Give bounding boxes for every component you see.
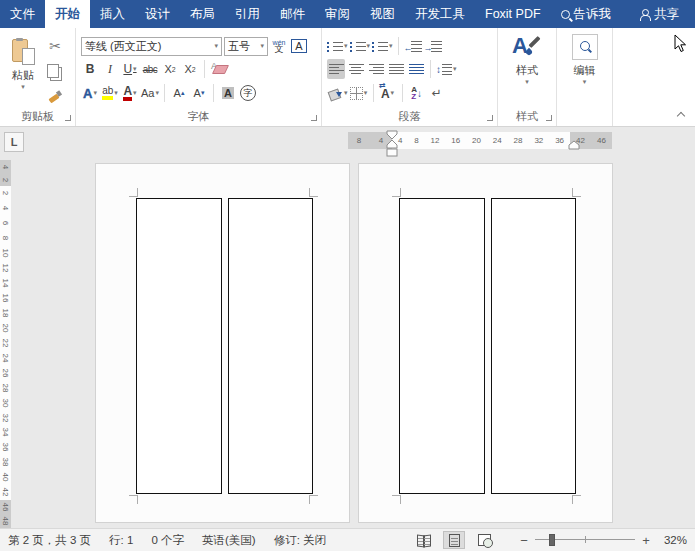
paste-button[interactable]: 粘贴 ▾ — [2, 32, 44, 91]
increase-indent-button[interactable] — [424, 36, 442, 56]
asian-layout-button[interactable]: A▾ — [379, 83, 397, 103]
distribute-button[interactable] — [407, 59, 425, 79]
magnifier-icon — [579, 41, 591, 53]
tab-file[interactable]: 文件 — [0, 0, 45, 28]
zoom-out-button[interactable]: − — [519, 533, 529, 548]
zoom-in-button[interactable]: + — [641, 533, 651, 548]
text-box-column[interactable] — [399, 198, 485, 494]
align-right-button[interactable] — [367, 59, 385, 79]
ruler-number: 42 — [2, 488, 10, 497]
text-box-column[interactable] — [136, 198, 222, 494]
editing-button[interactable]: 编辑 ▾ — [562, 28, 608, 86]
font-name-combo[interactable]: 等线 (西文正文) ▾ — [81, 37, 222, 56]
styles-dialog-launcher[interactable] — [546, 115, 552, 121]
tab-layout[interactable]: 布局 — [180, 0, 225, 28]
copy-button[interactable] — [46, 61, 64, 81]
tab-label: 审阅 — [325, 6, 350, 23]
text-box-column[interactable] — [228, 198, 313, 494]
read-mode-button[interactable] — [413, 531, 435, 549]
font-color-icon: A — [123, 86, 132, 101]
highlight-color-button[interactable]: ab▾ — [101, 83, 119, 103]
enclose-characters-button[interactable]: 字 — [239, 83, 257, 103]
clipboard-dialog-launcher[interactable] — [65, 115, 71, 121]
sort-button[interactable]: AZ ↓ — [408, 83, 426, 103]
ruler-number: 8 — [414, 136, 418, 145]
tab-references[interactable]: 引用 — [225, 0, 270, 28]
tab-foxit-pdf[interactable]: Foxit PDF — [475, 0, 551, 28]
ruler-number: 2 — [1, 191, 9, 195]
line-spacing-button[interactable]: ↕▾ — [436, 59, 457, 79]
underline-button[interactable]: U▾ — [121, 59, 139, 79]
web-layout-button[interactable] — [473, 531, 495, 549]
paragraph-dialog-launcher[interactable] — [487, 115, 493, 121]
justify-button[interactable] — [387, 59, 405, 79]
tab-mailings[interactable]: 邮件 — [270, 0, 315, 28]
tab-home[interactable]: 开始 — [45, 0, 90, 28]
zoom-slider-thumb[interactable] — [549, 534, 555, 546]
editing-button-label: 编辑 — [574, 63, 596, 78]
vertical-ruler[interactable]: 42 2468101214161820222426283032343638404… — [0, 160, 11, 528]
character-border-button[interactable]: A — [290, 36, 308, 56]
clear-formatting-button[interactable] — [210, 59, 228, 79]
text-box-column[interactable] — [491, 198, 576, 494]
clipboard-group-label: 剪贴板 — [0, 109, 75, 124]
print-layout-button[interactable] — [443, 531, 465, 549]
superscript-button[interactable]: X2 — [181, 59, 199, 79]
tab-developer[interactable]: 开发工具 — [405, 0, 475, 28]
ruler-number: 30 — [2, 398, 10, 407]
language-status[interactable]: 英语(美国) — [202, 533, 256, 548]
page-2[interactable] — [95, 163, 350, 523]
show-hide-marks-button[interactable]: ↵ — [428, 83, 446, 103]
web-layout-icon — [478, 534, 491, 546]
strikethrough-button[interactable]: abc — [141, 59, 159, 79]
change-case-button[interactable]: Aa▾ — [141, 83, 159, 103]
character-shading-button[interactable]: A — [219, 83, 237, 103]
chevron-down-icon: ▾ — [133, 65, 137, 73]
cut-button[interactable]: ✂ — [46, 36, 64, 56]
subscript-button[interactable]: X2 — [161, 59, 179, 79]
font-dialog-launcher[interactable] — [311, 115, 317, 121]
align-left-button[interactable] — [327, 59, 345, 79]
ribbon-tab-bar: 文件 开始 插入 设计 布局 引用 邮件 审阅 视图 开发工具 Foxit PD… — [0, 0, 695, 28]
tab-stop-selector[interactable]: L — [4, 132, 24, 152]
numbering-button[interactable]: ▾ — [350, 36, 371, 56]
paste-clipboard-icon — [11, 38, 35, 65]
text-effects-icon: A — [83, 86, 92, 101]
align-center-button[interactable] — [347, 59, 365, 79]
decrease-indent-button[interactable] — [404, 36, 422, 56]
shading-button[interactable]: ▾ — [327, 83, 348, 103]
share-button[interactable]: 共享 — [630, 0, 689, 28]
pinyin-guide-button[interactable]: wén 文 — [270, 36, 288, 56]
text-effects-button[interactable]: A▾ — [81, 83, 99, 103]
bold-button[interactable]: B — [81, 59, 99, 79]
collapse-ribbon-button[interactable] — [678, 111, 685, 118]
shrink-font-button[interactable]: A — [190, 83, 208, 103]
multilevel-list-button[interactable]: ▾ — [372, 36, 393, 56]
italic-button[interactable]: I — [101, 59, 119, 79]
tab-label: 邮件 — [280, 6, 305, 23]
grow-font-button[interactable]: A — [170, 83, 188, 103]
tab-design[interactable]: 设计 — [135, 0, 180, 28]
page-3[interactable] — [358, 163, 613, 523]
tab-review[interactable]: 审阅 — [315, 0, 360, 28]
character-shading-icon: A — [222, 87, 234, 99]
zoom-slider[interactable] — [535, 533, 635, 547]
tab-view[interactable]: 视图 — [360, 0, 405, 28]
line-number-status[interactable]: 行: 1 — [109, 533, 133, 548]
line-spacing-icon — [442, 64, 452, 75]
borders-button[interactable]: ▾ — [350, 83, 368, 103]
indent-markers[interactable] — [386, 130, 398, 160]
format-painter-button[interactable] — [46, 86, 64, 106]
track-changes-status[interactable]: 修订: 关闭 — [274, 533, 326, 548]
subscript-icon: X — [164, 63, 171, 75]
styles-button[interactable]: A 样式 ▾ — [504, 28, 550, 86]
font-color-button[interactable]: A▾ — [121, 83, 139, 103]
bullets-button[interactable]: ▾ — [327, 36, 348, 56]
zoom-percentage[interactable]: 32% — [657, 534, 687, 546]
page-number-status[interactable]: 第 2 页，共 3 页 — [8, 533, 91, 548]
word-count-status[interactable]: 0 个字 — [151, 533, 184, 548]
right-indent-marker[interactable] — [568, 140, 580, 150]
tell-me-box[interactable]: 告诉我 — [551, 0, 622, 28]
tab-insert[interactable]: 插入 — [90, 0, 135, 28]
font-size-combo[interactable]: 五号 ▾ — [224, 37, 268, 56]
